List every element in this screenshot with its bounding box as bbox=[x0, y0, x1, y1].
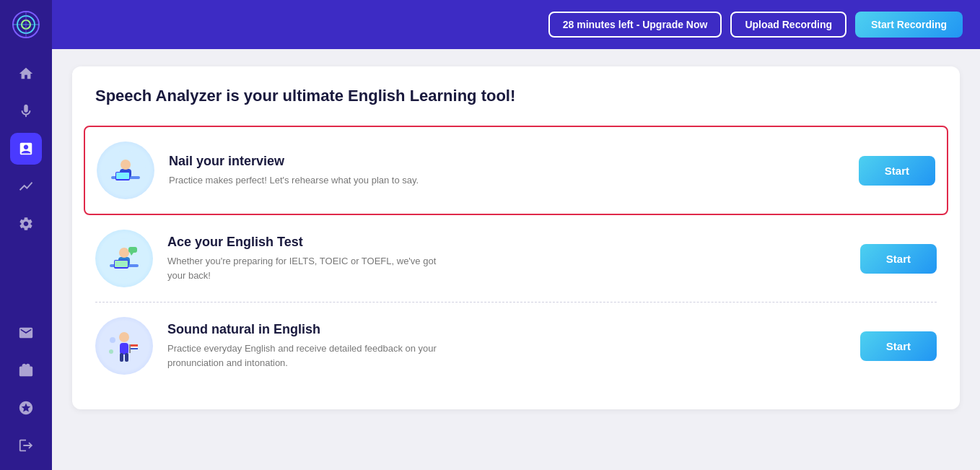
feature-icon-natural-english bbox=[95, 317, 153, 375]
svg-rect-24 bbox=[129, 344, 131, 353]
sidebar-item-home[interactable] bbox=[10, 58, 42, 90]
feature-desc-interview: Practice makes perfect! Let's rehearse w… bbox=[169, 173, 458, 188]
upgrade-button[interactable]: 28 minutes left - Upgrade Now bbox=[548, 12, 722, 38]
sidebar-bottom bbox=[10, 317, 42, 461]
svg-rect-22 bbox=[120, 353, 123, 362]
feature-icon-interview bbox=[97, 142, 154, 199]
start-button-english-test[interactable]: Start bbox=[860, 244, 937, 274]
feature-text-natural-english: Sound natural in English Practice everyd… bbox=[167, 322, 846, 370]
upload-recording-button[interactable]: Upload Recording bbox=[730, 12, 846, 38]
svg-rect-23 bbox=[125, 353, 128, 362]
logo[interactable] bbox=[10, 9, 42, 40]
svg-rect-16 bbox=[115, 261, 128, 267]
sidebar-item-flashcard[interactable] bbox=[10, 133, 42, 165]
sidebar-item-settings[interactable] bbox=[10, 208, 42, 240]
feature-title-english-test: Ace your English Test bbox=[167, 235, 846, 250]
sidebar-item-analytics[interactable] bbox=[10, 170, 42, 202]
feature-title-interview: Nail your interview bbox=[169, 154, 844, 169]
svg-point-29 bbox=[110, 337, 115, 343]
features-card: Speech Analyzer is your ultimate English… bbox=[72, 66, 960, 409]
svg-rect-28 bbox=[131, 348, 138, 349]
feature-row-english-test: Ace your English Test Whether you're pre… bbox=[95, 215, 937, 303]
feature-desc-natural-english: Practice everyday English and receive de… bbox=[167, 341, 456, 370]
feature-title-natural-english: Sound natural in English bbox=[167, 322, 846, 337]
sidebar-item-gift[interactable] bbox=[10, 354, 42, 386]
content-area: Speech Analyzer is your ultimate English… bbox=[52, 49, 980, 470]
svg-point-14 bbox=[119, 248, 129, 258]
sidebar-item-logout[interactable] bbox=[10, 430, 42, 461]
start-recording-button[interactable]: Start Recording bbox=[855, 12, 963, 38]
sidebar bbox=[0, 0, 52, 470]
svg-point-30 bbox=[109, 349, 113, 354]
svg-rect-27 bbox=[131, 347, 138, 348]
feature-text-interview: Nail your interview Practice makes perfe… bbox=[169, 154, 844, 188]
svg-rect-21 bbox=[120, 343, 128, 354]
page-title: Speech Analyzer is your ultimate English… bbox=[95, 87, 937, 105]
header: 28 minutes left - Upgrade Now Upload Rec… bbox=[52, 0, 980, 49]
main-area: 28 minutes left - Upgrade Now Upload Rec… bbox=[52, 0, 980, 470]
svg-point-20 bbox=[119, 332, 129, 342]
feature-row-interview: Nail your interview Practice makes perfe… bbox=[84, 126, 948, 215]
feature-text-english-test: Ace your English Test Whether you're pre… bbox=[167, 235, 846, 282]
svg-point-8 bbox=[121, 160, 131, 170]
svg-rect-17 bbox=[128, 247, 137, 253]
sidebar-item-star[interactable] bbox=[10, 392, 42, 424]
start-button-natural-english[interactable]: Start bbox=[860, 331, 937, 361]
feature-row-natural-english: Sound natural in English Practice everyd… bbox=[95, 303, 937, 389]
start-button-interview[interactable]: Start bbox=[859, 156, 935, 186]
feature-icon-english-test bbox=[95, 230, 153, 287]
feature-desc-english-test: Whether you're preparing for IELTS, TOEI… bbox=[167, 254, 456, 282]
sidebar-item-mail[interactable] bbox=[10, 317, 42, 349]
sidebar-item-mic[interactable] bbox=[10, 95, 42, 127]
svg-rect-10 bbox=[116, 173, 129, 179]
svg-rect-26 bbox=[131, 344, 138, 346]
